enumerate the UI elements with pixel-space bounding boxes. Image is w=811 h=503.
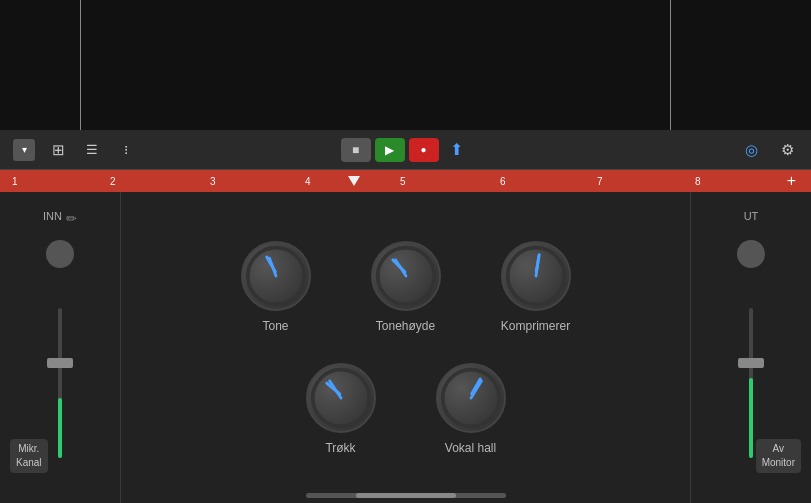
vokal-knob[interactable] (436, 363, 506, 433)
mixer-button[interactable]: ⫶ (112, 136, 140, 164)
trokk-knob-group: Trøkk (306, 363, 376, 455)
ruler-6: 6 (500, 176, 506, 187)
toolbar-right: ◎ ⚙ (737, 136, 801, 164)
right-fader-handle[interactable] (738, 358, 764, 368)
ruler-3: 3 (210, 176, 216, 187)
toolbar: ▾ ⊞ ☰ ⫶ ■ ▶ ● ⬆ ◎ (0, 130, 811, 170)
left-pan-knob[interactable] (46, 240, 74, 268)
tone-knob-group: Tone (241, 241, 311, 333)
ut-label: UT (744, 210, 759, 222)
list-icon: ☰ (86, 142, 98, 157)
horizontal-scrollbar[interactable] (306, 493, 506, 498)
tone-knob[interactable] (241, 241, 311, 311)
top-line-left (80, 0, 81, 130)
timeline-ruler[interactable]: 1 2 3 4 5 6 7 8 + (0, 170, 811, 192)
stop-button[interactable]: ■ (341, 138, 371, 162)
vokal-label: Vokal hall (445, 441, 496, 455)
tuner-icon: ◎ (745, 141, 758, 159)
dropdown-icon: ▾ (13, 139, 35, 161)
tone-label: Tone (262, 319, 288, 333)
grid-icon: ⊞ (52, 141, 65, 159)
right-fader[interactable] (749, 308, 753, 488)
view-mode-button[interactable]: ⊞ (44, 136, 72, 164)
top-area (0, 0, 811, 130)
settings-button[interactable]: ⚙ (773, 136, 801, 164)
upload-icon: ⬆ (450, 140, 463, 159)
tuner-button[interactable]: ◎ (737, 136, 765, 164)
trokk-knob[interactable] (306, 363, 376, 433)
mixer-icon: ⫶ (123, 142, 130, 157)
list-view-button[interactable]: ☰ (78, 136, 106, 164)
right-fader-track (749, 308, 753, 458)
stop-icon: ■ (352, 143, 359, 157)
komprimerer-label: Komprimerer (501, 319, 570, 333)
ruler-5: 5 (400, 176, 406, 187)
tonehoy-label: Tonehøyde (376, 319, 435, 333)
left-panel: INN ✏ Mikr. Kanal (0, 192, 120, 503)
left-fader-handle[interactable] (47, 358, 73, 368)
ruler-4: 4 (305, 176, 311, 187)
av-monitor-label: Av Monitor (756, 439, 801, 473)
ruler-marks: 1 2 3 4 5 6 7 8 + (10, 170, 801, 192)
add-track-button[interactable]: + (787, 172, 796, 190)
tonehoy-knob[interactable] (371, 241, 441, 311)
inn-label: INN (43, 210, 62, 222)
play-icon: ▶ (385, 143, 394, 157)
mikr-kanal-label: Mikr. Kanal (10, 439, 48, 473)
knobs-row-2: Trøkk Vokal hall (306, 363, 506, 455)
sync-button[interactable]: ⬆ (443, 136, 471, 164)
record-button[interactable]: ● (409, 138, 439, 162)
komprimerer-knob-group: Komprimerer (501, 241, 571, 333)
pencil-icon: ✏ (66, 211, 77, 226)
main-content: INN ✏ Mikr. Kanal (0, 192, 811, 503)
knobs-row-1: Tone Tonehøyde (241, 241, 571, 333)
tonehoy-knob-group: Tonehøyde (371, 241, 441, 333)
right-panel: UT Av Monitor (691, 192, 811, 503)
komprimerer-knob[interactable] (501, 241, 571, 311)
scrollbar-thumb[interactable] (356, 493, 456, 498)
center-content: Tone Tonehøyde (121, 192, 690, 503)
ruler-2: 2 (110, 176, 116, 187)
left-fader[interactable] (58, 308, 62, 488)
right-pan-knob[interactable] (737, 240, 765, 268)
play-button[interactable]: ▶ (375, 138, 405, 162)
ruler-1: 1 (12, 176, 18, 187)
left-fader-track (58, 308, 62, 458)
dropdown-button[interactable]: ▾ (10, 136, 38, 164)
toolbar-center: ■ ▶ ● ⬆ (341, 136, 471, 164)
record-icon: ● (420, 144, 426, 155)
ruler-7: 7 (597, 176, 603, 187)
right-fader-level (749, 378, 753, 458)
left-fader-level (58, 398, 62, 458)
vokal-knob-group: Vokal hall (436, 363, 506, 455)
ruler-8: 8 (695, 176, 701, 187)
top-line-right (670, 0, 671, 130)
trokk-label: Trøkk (325, 441, 355, 455)
gear-icon: ⚙ (781, 141, 794, 159)
playhead-marker[interactable] (348, 176, 360, 186)
